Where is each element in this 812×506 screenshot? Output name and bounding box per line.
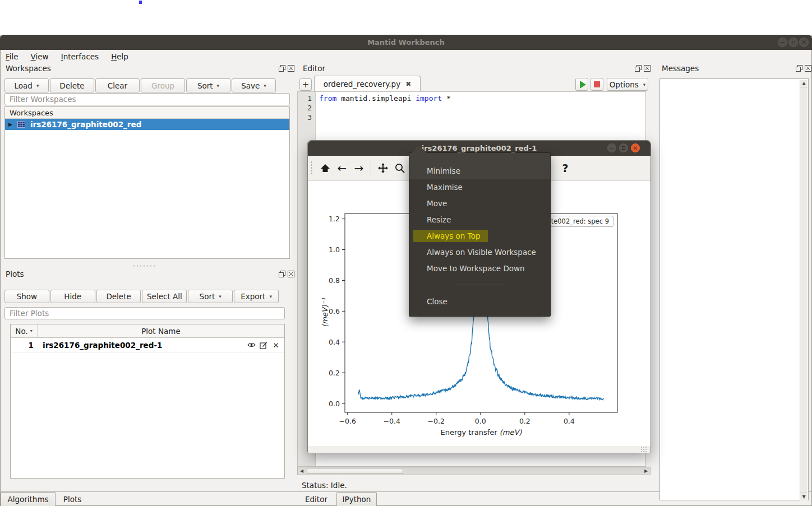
menu-item-resize[interactable]: Resize [409, 211, 550, 228]
close-panel-icon[interactable] [288, 271, 294, 277]
menu-item-always-on-top[interactable]: Always on Top [409, 228, 550, 244]
resize-grip[interactable] [640, 446, 647, 453]
menu-item-close[interactable]: Close [409, 293, 550, 309]
close-panel-icon[interactable] [644, 65, 650, 72]
menu-separator [409, 276, 550, 293]
scroll-up-icon[interactable]: ▲ [800, 80, 808, 87]
scroll-left-icon[interactable]: ◀ [298, 467, 306, 475]
new-tab-button[interactable]: + [299, 78, 312, 91]
clear-button[interactable]: Clear [95, 78, 140, 92]
plot-close-button[interactable]: ✕ [631, 143, 640, 152]
tab-editor[interactable]: Editor [299, 492, 334, 506]
forward-icon[interactable]: → [350, 161, 367, 175]
close-panel-icon[interactable] [288, 65, 294, 72]
hide-button[interactable]: Hide [50, 290, 95, 303]
messages-vscrollbar[interactable]: ▲ ▼ [800, 80, 808, 500]
splitter-handle[interactable] [132, 264, 155, 268]
export-button[interactable]: Export▾ [234, 290, 279, 303]
plot-name: irs26176_graphite002_red-1 [38, 341, 245, 350]
window-close-button[interactable]: ✕ [799, 38, 809, 47]
float-panel-icon[interactable] [796, 65, 802, 72]
plot-window-footer [308, 446, 650, 453]
dropdown-icon: ▾ [264, 83, 266, 89]
close-panel-icon[interactable] [805, 65, 811, 72]
workspace-item[interactable]: ▶ irs26176_graphite002_red [5, 119, 289, 130]
plot-maximize-button[interactable] [619, 143, 628, 152]
float-panel-icon[interactable] [279, 65, 285, 72]
tab-algorithms[interactable]: Algorithms [1, 492, 56, 506]
svg-text:0.2: 0.2 [519, 417, 530, 425]
workspaces-filter-input[interactable] [4, 93, 290, 105]
svg-text:1.0: 1.0 [329, 245, 340, 254]
zoom-icon[interactable] [391, 161, 408, 175]
menu-interfaces[interactable]: Interfaces [61, 52, 99, 61]
run-button[interactable] [575, 78, 588, 91]
editor-hscrollbar[interactable]: ◀ ▶ [297, 467, 650, 475]
svg-text:0.4: 0.4 [329, 338, 340, 346]
plot-minimize-button[interactable]: − [607, 143, 616, 152]
back-icon[interactable]: ← [334, 161, 350, 175]
plot-number: 1 [11, 341, 38, 350]
plots-table-header: No.▾ Plot Name [11, 324, 284, 338]
load-button[interactable]: Load▾ [4, 78, 49, 92]
plots-panel-controls [279, 271, 294, 277]
svg-text:−0.6: −0.6 [339, 417, 356, 425]
dropdown-icon: ▾ [217, 83, 220, 89]
close-plot-icon[interactable]: ✕ [270, 341, 282, 350]
editor-file-tab[interactable]: ordered_recovery.py ✖ [314, 76, 421, 92]
home-icon[interactable] [317, 161, 334, 175]
show-button[interactable]: Show [4, 290, 49, 303]
scroll-right-icon[interactable]: ▶ [642, 467, 650, 475]
menu-item-move-to-workspace-down[interactable]: Move to Workspace Down [409, 260, 550, 276]
menu-view[interactable]: View [31, 52, 49, 61]
menu-item-maximise[interactable]: Maximise [409, 179, 550, 195]
column-plot-name[interactable]: Plot Name [38, 327, 284, 336]
scroll-down-icon[interactable]: ▼ [800, 493, 808, 500]
messages-log[interactable]: ▲ ▼ [659, 78, 809, 500]
cursor-artifact [139, 1, 142, 4]
hscroll-thumb[interactable] [307, 468, 403, 474]
save-button[interactable]: Save▾ [232, 78, 276, 92]
sort-button[interactable]: Sort▾ [186, 78, 230, 92]
show-plot-eye-icon[interactable] [245, 342, 257, 348]
window-minimize-button[interactable]: − [778, 38, 787, 47]
menu-item-minimise[interactable]: Minimise [409, 163, 550, 179]
edit-plot-icon[interactable] [257, 341, 270, 349]
tab-ipython[interactable]: IPython [336, 492, 377, 506]
app-titlebar[interactable]: Mantid Workbench [0, 35, 812, 50]
group-button[interactable]: Group [141, 78, 185, 92]
select-all-button[interactable]: Select All [142, 290, 187, 303]
svg-text:0.0: 0.0 [329, 400, 340, 408]
x-axis-label: Energy transfer (meV) [441, 428, 522, 437]
workspaces-panel-title: Workspaces [6, 64, 51, 73]
sort-plots-button[interactable]: Sort▾ [188, 290, 233, 303]
minimize-icon: − [780, 39, 785, 46]
table-row[interactable]: 1 irs26176_graphite002_red-1 ✕ [11, 338, 284, 352]
plots-filter-input[interactable] [4, 307, 285, 319]
column-no[interactable]: No.▾ [11, 324, 38, 337]
toolbar-grip[interactable] [310, 161, 313, 175]
float-panel-icon[interactable] [635, 65, 642, 72]
help-icon[interactable]: ? [557, 161, 574, 175]
tab-plots[interactable]: Plots [57, 492, 87, 506]
pan-icon[interactable] [375, 161, 391, 175]
delete-plots-button[interactable]: Delete [96, 290, 141, 303]
options-button[interactable]: Options▾ [607, 78, 648, 91]
stop-button[interactable] [590, 78, 603, 91]
close-icon: ✕ [633, 145, 638, 151]
menu-item-move[interactable]: Move [409, 195, 550, 211]
expand-icon[interactable]: ▶ [8, 122, 12, 127]
menu-item-always-on-visible-workspace[interactable]: Always on Visible Workspace [409, 244, 550, 260]
window-context-menu: Minimise Maximise Move Resize Always on … [409, 152, 551, 317]
menu-file[interactable]: File [6, 52, 19, 61]
menu-bar: File View Interfaces Help [0, 50, 812, 63]
status-text: Status: Idle. [302, 481, 347, 490]
float-panel-icon[interactable] [279, 271, 285, 277]
svg-text:0.2: 0.2 [329, 369, 340, 377]
window-maximize-button[interactable] [788, 38, 798, 47]
delete-button[interactable]: Delete [50, 78, 94, 92]
plots-table: No.▾ Plot Name 1 irs26176_graphite002_re… [10, 324, 285, 479]
stop-icon [594, 81, 600, 87]
menu-help[interactable]: Help [111, 52, 128, 61]
tab-close-icon[interactable]: ✖ [405, 80, 411, 88]
